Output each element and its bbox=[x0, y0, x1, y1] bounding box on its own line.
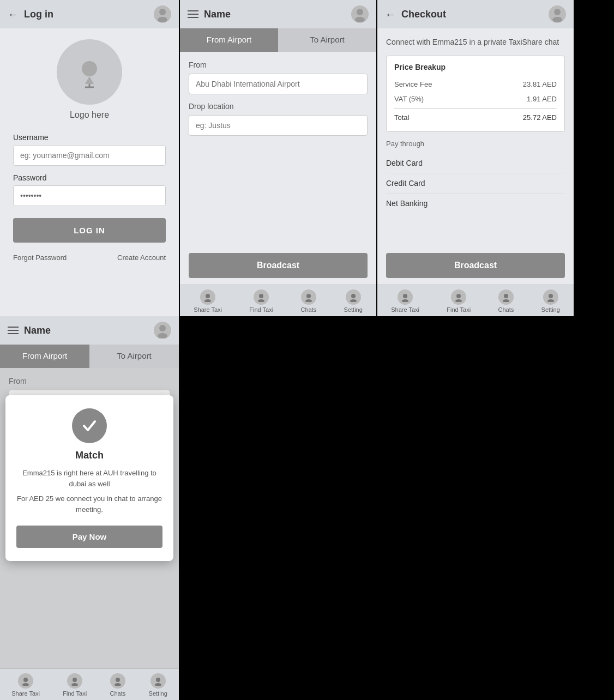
tab-chats[interactable]: Chats bbox=[498, 289, 514, 313]
login-button[interactable]: LOG IN bbox=[13, 218, 166, 243]
broadcast-button[interactable]: Broadcast bbox=[189, 253, 368, 278]
tab-to-airport[interactable]: To Airport bbox=[278, 28, 376, 52]
svg-point-23 bbox=[503, 299, 509, 302]
net-banking-option[interactable]: Net Banking bbox=[386, 194, 565, 213]
avatar bbox=[154, 5, 171, 23]
svg-point-16 bbox=[554, 9, 561, 15]
tab-share-taxi[interactable]: Share Taxi bbox=[391, 289, 419, 313]
service-fee-label: Service Fee bbox=[394, 80, 432, 88]
service-fee-value: 23.81 AED bbox=[523, 80, 557, 88]
svg-point-6 bbox=[357, 9, 363, 15]
drop-input[interactable] bbox=[189, 115, 368, 136]
back-icon[interactable]: ← bbox=[8, 8, 19, 21]
from-input[interactable] bbox=[189, 74, 368, 94]
find-taxi-icon bbox=[254, 289, 269, 305]
tab-find-taxi[interactable]: Find Taxi bbox=[249, 289, 273, 313]
svg-point-20 bbox=[456, 294, 461, 298]
username-label: Username bbox=[13, 133, 166, 142]
avatar bbox=[351, 5, 369, 23]
tab-setting[interactable]: Setting bbox=[541, 289, 560, 313]
password-input[interactable] bbox=[13, 185, 166, 206]
chats-icon bbox=[498, 289, 514, 305]
svg-point-19 bbox=[402, 299, 408, 302]
forgot-password-link[interactable]: Forgot Password bbox=[13, 254, 67, 262]
tab-setting[interactable]: Setting bbox=[149, 673, 167, 697]
svg-point-0 bbox=[159, 9, 166, 15]
tab-find-taxi[interactable]: Find Taxi bbox=[447, 289, 471, 313]
name-content: From Drop location bbox=[180, 52, 376, 249]
username-input[interactable] bbox=[13, 145, 166, 166]
avatar bbox=[154, 322, 171, 339]
tab-chats[interactable]: Chats bbox=[300, 289, 316, 313]
hamburger-icon[interactable] bbox=[8, 327, 19, 334]
tab-setting[interactable]: Setting bbox=[344, 289, 363, 313]
password-label: Password bbox=[13, 173, 166, 182]
setting-icon bbox=[543, 289, 558, 305]
svg-point-35 bbox=[155, 683, 161, 686]
tab-find-taxi[interactable]: Find Taxi bbox=[63, 673, 87, 697]
tab-share-taxi-label: Share Taxi bbox=[194, 306, 222, 313]
tab-find-taxi-label: Find Taxi bbox=[447, 306, 471, 313]
tab-share-taxi[interactable]: Share Taxi bbox=[11, 673, 40, 697]
checkout-back-icon[interactable]: ← bbox=[385, 8, 396, 21]
svg-point-11 bbox=[258, 299, 264, 302]
svg-point-29 bbox=[22, 683, 29, 686]
debit-card-option[interactable]: Debit Card bbox=[386, 153, 565, 173]
segment-tabs: From Airport To Airport bbox=[180, 28, 376, 52]
login-content: Logo here Username Password LOG IN Forgo… bbox=[0, 28, 179, 316]
tab-chats-label: Chats bbox=[498, 306, 514, 313]
svg-point-28 bbox=[23, 678, 28, 682]
match-screen: Name From Airport To Airport From bbox=[0, 316, 179, 700]
svg-point-21 bbox=[455, 299, 462, 302]
svg-marker-3 bbox=[85, 76, 94, 84]
hamburger-icon[interactable] bbox=[188, 10, 198, 18]
svg-point-10 bbox=[259, 294, 263, 298]
logo-text: Logo here bbox=[70, 110, 109, 120]
create-account-link[interactable]: Create Account bbox=[117, 254, 166, 262]
match-description: Emma215 is right here at AUH travelling … bbox=[16, 468, 162, 489]
setting-icon bbox=[151, 673, 166, 689]
svg-point-8 bbox=[206, 294, 210, 298]
price-breakup-title: Price Breakup bbox=[394, 63, 557, 71]
svg-point-17 bbox=[552, 17, 562, 22]
login-title: Log in bbox=[24, 9, 53, 20]
login-screen: ← Log in Logo here bbox=[0, 0, 179, 316]
vat-value: 1.91 AED bbox=[527, 95, 557, 103]
match-header: Name bbox=[0, 316, 179, 345]
tab-setting-label: Setting bbox=[344, 306, 363, 313]
tab-bar: Share Taxi Find Taxi Chats Setting bbox=[180, 285, 376, 316]
tab-chats-label: Chats bbox=[110, 690, 125, 697]
find-taxi-icon bbox=[451, 289, 466, 305]
svg-point-30 bbox=[73, 678, 77, 682]
login-footer: Forgot Password Create Account bbox=[13, 254, 166, 262]
from-label: From bbox=[189, 61, 368, 69]
chats-icon bbox=[110, 673, 125, 689]
match-check-icon bbox=[72, 408, 107, 443]
tab-chats[interactable]: Chats bbox=[110, 673, 125, 697]
tab-share-taxi[interactable]: Share Taxi bbox=[194, 289, 222, 313]
match-screen-title: Name bbox=[24, 325, 51, 336]
checkout-header: ← Checkout bbox=[377, 0, 574, 28]
tab-from-airport[interactable]: From Airport bbox=[180, 28, 278, 52]
credit-card-option[interactable]: Credit Card bbox=[386, 173, 565, 194]
name-title: Name bbox=[204, 9, 231, 20]
checkout-content: Connect with Emma215 in a private TaxiSh… bbox=[377, 28, 574, 249]
match-tab-from-airport[interactable]: From Airport bbox=[0, 345, 89, 368]
setting-icon bbox=[346, 289, 361, 305]
match-tab-to-airport[interactable]: To Airport bbox=[89, 345, 179, 368]
checkout-broadcast-btn-container: Broadcast bbox=[377, 249, 574, 285]
find-taxi-icon bbox=[67, 673, 82, 689]
black-fill-top bbox=[574, 0, 614, 316]
total-value: 25.72 AED bbox=[523, 113, 557, 122]
pay-now-button[interactable]: Pay Now bbox=[16, 526, 162, 548]
name-screen: Name From Airport To Airport From Drop l… bbox=[179, 0, 376, 316]
checkout-broadcast-button[interactable]: Broadcast bbox=[386, 253, 565, 278]
total-row: Total 25.72 AED bbox=[394, 108, 557, 125]
svg-point-13 bbox=[305, 299, 312, 302]
share-taxi-icon bbox=[398, 289, 413, 305]
match-segment-tabs: From Airport To Airport bbox=[0, 345, 179, 368]
tab-find-taxi-label: Find Taxi bbox=[63, 690, 87, 697]
broadcast-btn-container: Broadcast bbox=[180, 249, 376, 285]
password-group: Password bbox=[13, 173, 166, 206]
svg-point-25 bbox=[547, 299, 554, 302]
